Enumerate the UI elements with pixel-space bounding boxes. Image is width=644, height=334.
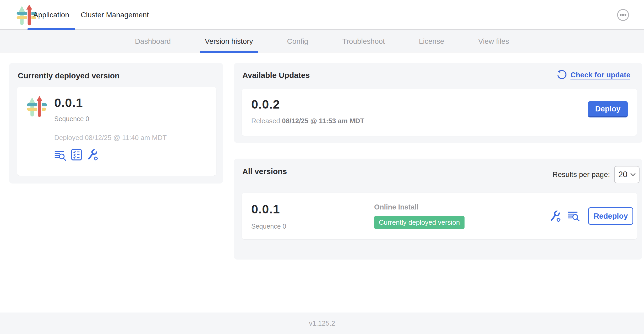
results-per-page: Results per page: 20: [553, 166, 640, 183]
install-type-label: Online Install: [374, 203, 549, 211]
view-deploy-logs-button[interactable]: [568, 211, 580, 221]
top-tabs: Application Cluster Management: [28, 0, 155, 30]
wrench-gear-icon: [549, 210, 561, 222]
version-row: 0.0.1 Sequence 0 Online Install Currentl…: [242, 193, 637, 239]
subtab-dashboard[interactable]: Dashboard: [130, 30, 176, 52]
edit-config-button[interactable]: [87, 149, 98, 161]
check-for-update-link[interactable]: Check for update: [556, 70, 630, 80]
checklist-icon: [71, 149, 82, 161]
check-for-update-label: Check for update: [570, 71, 630, 79]
app-sub-nav: Dashboard Version history Config Trouble…: [0, 30, 644, 52]
deployed-timestamp: Deployed 08/12/25 @ 11:40 am MDT: [54, 134, 167, 142]
wrench-gear-icon: [87, 149, 98, 161]
subtab-dashboard-label: Dashboard: [135, 37, 171, 46]
subtab-license-label: License: [419, 37, 444, 46]
deployed-version-number: 0.0.1: [54, 95, 167, 110]
deploy-button[interactable]: Deploy: [588, 101, 628, 117]
released-prefix: Released: [251, 117, 282, 125]
results-per-page-value: 20: [618, 170, 627, 179]
deployed-sequence: Sequence 0: [54, 115, 167, 123]
row-sequence: Sequence 0: [251, 223, 374, 230]
view-deploy-logs-button[interactable]: [54, 150, 66, 161]
app-logo-icon: [26, 94, 47, 119]
subtab-view-files[interactable]: View files: [473, 30, 514, 52]
tab-cluster-management-label: Cluster Management: [81, 11, 149, 19]
overflow-menu-button[interactable]: [617, 9, 629, 21]
refresh-arrow-icon: [556, 70, 567, 80]
tab-application-label: Application: [33, 11, 69, 19]
available-updates-title: Available Updates: [242, 71, 310, 80]
deployed-version-panel: 0.0.1 Sequence 0 Deployed 08/12/25 @ 11:…: [17, 87, 216, 176]
row-version-number: 0.0.1: [251, 202, 374, 216]
edit-config-button[interactable]: [549, 210, 561, 222]
document-search-icon: [54, 150, 66, 161]
redeploy-button[interactable]: Redeploy: [588, 207, 633, 225]
document-search-icon: [568, 211, 580, 221]
ellipsis-circle-icon: [617, 9, 629, 21]
footer: v1.125.2: [0, 313, 644, 334]
console-version: v1.125.2: [309, 319, 335, 327]
subtab-version-history[interactable]: Version history: [200, 30, 258, 52]
subtab-license[interactable]: License: [414, 30, 450, 52]
currently-deployed-card: Currently deployed version 0.0.1 Sequenc…: [9, 63, 223, 184]
subtab-config-label: Config: [287, 37, 308, 46]
subtab-troubleshoot-label: Troubleshoot: [342, 37, 385, 46]
subtab-troubleshoot[interactable]: Troubleshoot: [337, 30, 390, 52]
tab-application[interactable]: Application: [28, 0, 75, 30]
released-date: 08/12/25 @ 11:53 am MDT: [282, 117, 364, 125]
results-per-page-label: Results per page:: [553, 170, 610, 179]
chevron-down-icon: [630, 173, 636, 176]
update-version-number: 0.0.2: [251, 97, 280, 111]
top-nav: Application Cluster Management: [0, 0, 644, 30]
all-versions-card: All versions Results per page: 20 0.0.1 …: [234, 159, 642, 260]
results-per-page-select[interactable]: 20: [614, 166, 640, 183]
available-updates-card: Available Updates Check for update 0.0.2…: [234, 63, 642, 143]
update-row: 0.0.2 Released 08/12/25 @ 11:53 am MDT D…: [242, 89, 637, 136]
active-subtab-underline: [200, 51, 258, 53]
subtab-config[interactable]: Config: [282, 30, 314, 52]
subtab-view-files-label: View files: [478, 37, 509, 46]
tab-cluster-management[interactable]: Cluster Management: [75, 0, 155, 30]
preflight-checks-button[interactable]: [71, 149, 82, 161]
subtab-version-history-label: Version history: [205, 37, 253, 46]
all-versions-title: All versions: [242, 167, 287, 176]
currently-deployed-badge: Currently deployed version: [374, 216, 465, 229]
update-released-timestamp: Released 08/12/25 @ 11:53 am MDT: [251, 117, 364, 125]
currently-deployed-title: Currently deployed version: [18, 71, 119, 80]
active-tab-underline: [28, 28, 75, 30]
